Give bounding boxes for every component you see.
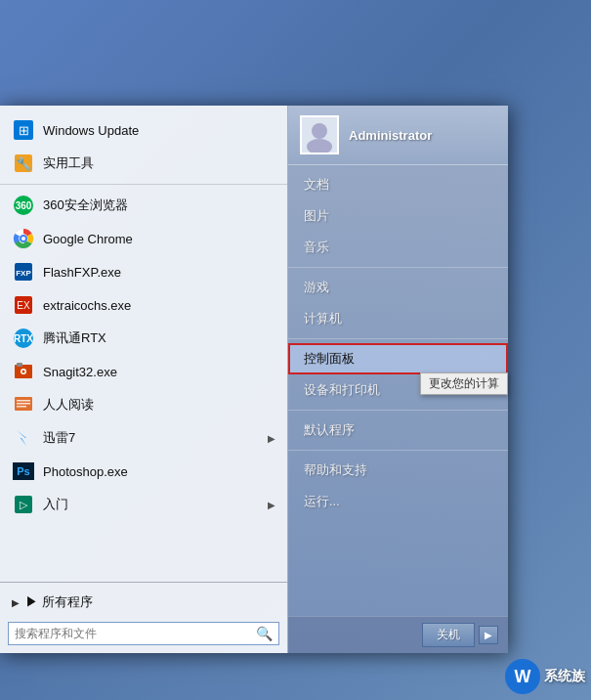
- svg-text:Ps: Ps: [17, 465, 29, 477]
- search-input[interactable]: [15, 627, 256, 640]
- right-bottom: 关机 ▶: [288, 616, 508, 653]
- svg-text:⊞: ⊞: [19, 123, 29, 138]
- right-panel: Administrator 文档 图片 音乐 游戏 计算机 控制面板: [288, 106, 508, 653]
- right-menu-items: 文档 图片 音乐 游戏 计算机 控制面板 更改您的计算: [288, 165, 508, 616]
- xunlei-label: 迅雷7: [43, 429, 268, 447]
- svg-point-9: [21, 237, 25, 241]
- flashfxp-label: FlashFXP.exe: [43, 265, 275, 280]
- svg-text:EX: EX: [17, 300, 30, 311]
- txrtx-label: 腾讯通RTX: [43, 329, 275, 347]
- watermark-logo: W: [505, 659, 540, 694]
- txrtx-icon: RTX: [12, 327, 35, 350]
- flashfxp-icon: FXP: [12, 260, 35, 284]
- svg-marker-24: [17, 430, 26, 446]
- all-programs-arrow-icon: ▶: [12, 597, 20, 608]
- svg-rect-21: [17, 400, 30, 402]
- svg-text:360: 360: [16, 200, 32, 211]
- 360-icon: 360: [12, 194, 35, 217]
- all-programs-button[interactable]: ▶ ▶ 所有程序: [0, 589, 287, 616]
- intro-icon: ▷: [12, 493, 35, 516]
- svg-rect-22: [17, 403, 30, 405]
- menu-item-360[interactable]: 360 360安全浏览器: [0, 189, 287, 222]
- menu-items-list: ⊞ Windows Update 🔧 实用工具 360 360安全浏览器: [0, 106, 287, 582]
- right-sep-3: [288, 410, 508, 411]
- menu-item-extra[interactable]: EX extraicochs.exe: [0, 288, 287, 322]
- search-icon[interactable]: 🔍: [256, 626, 273, 641]
- right-sep-4: [288, 450, 508, 451]
- svg-rect-17: [17, 363, 22, 367]
- right-item-run[interactable]: 运行...: [288, 486, 508, 517]
- xunlei-arrow: ▶: [268, 433, 275, 444]
- shutdown-button[interactable]: 关机: [422, 623, 475, 647]
- right-item-defaults[interactable]: 默认程序: [288, 415, 508, 446]
- svg-rect-23: [17, 406, 26, 408]
- intro-arrow: ▶: [268, 500, 275, 510]
- svg-text:RTX: RTX: [14, 333, 33, 344]
- windows-update-icon: ⊞: [12, 118, 35, 142]
- menu-item-txrtx[interactable]: RTX 腾讯通RTX: [0, 322, 287, 355]
- menu-item-snagit[interactable]: Snagit32.exe: [0, 355, 287, 388]
- right-item-controlpanel[interactable]: 控制面板 更改您的计算: [288, 343, 508, 374]
- tools-label: 实用工具: [43, 154, 275, 172]
- svg-point-30: [307, 139, 332, 153]
- avatar: [300, 115, 339, 154]
- right-sep-1: [288, 267, 508, 268]
- right-item-computer[interactable]: 计算机: [288, 303, 508, 334]
- menu-item-intro[interactable]: ▷ 入门 ▶: [0, 488, 287, 521]
- chrome-icon: [12, 227, 35, 250]
- right-item-music[interactable]: 音乐: [288, 232, 508, 263]
- left-bottom: ▶ ▶ 所有程序 🔍: [0, 582, 287, 653]
- svg-text:FXP: FXP: [16, 269, 31, 278]
- ps-icon: Ps: [12, 459, 35, 483]
- 360-label: 360安全浏览器: [43, 197, 275, 214]
- start-menu: ⊞ Windows Update 🔧 实用工具 360 360安全浏览器: [0, 106, 508, 653]
- tools-icon: 🔧: [12, 152, 35, 175]
- watermark-text: 系统族: [544, 668, 585, 685]
- extra-label: extraicochs.exe: [43, 298, 275, 313]
- separator-1: [0, 184, 287, 185]
- menu-item-windows-update[interactable]: ⊞ Windows Update: [0, 113, 287, 147]
- all-programs-label: ▶ 所有程序: [25, 593, 93, 611]
- left-panel: ⊞ Windows Update 🔧 实用工具 360 360安全浏览器: [0, 106, 288, 653]
- intro-label: 入门: [43, 496, 268, 513]
- menu-item-xunlei[interactable]: 迅雷7 ▶: [0, 421, 287, 455]
- svg-text:🔧: 🔧: [16, 155, 32, 172]
- ps-label: Photoshop.exe: [43, 464, 275, 479]
- right-item-games[interactable]: 游戏: [288, 272, 508, 303]
- menu-item-photoshop[interactable]: Ps Photoshop.exe: [0, 455, 287, 488]
- watermark: W 系统族: [505, 659, 585, 694]
- right-item-docs[interactable]: 文档: [288, 169, 508, 200]
- right-sep-2: [288, 338, 508, 339]
- menu-item-renren[interactable]: 人人阅读: [0, 388, 287, 421]
- right-item-help[interactable]: 帮助和支持: [288, 455, 508, 486]
- svg-point-29: [312, 123, 327, 139]
- snagit-label: Snagit32.exe: [43, 365, 275, 379]
- windows-update-label: Windows Update: [43, 123, 275, 138]
- snagit-icon: [12, 360, 35, 383]
- controlpanel-tooltip: 更改您的计算: [420, 372, 508, 395]
- chrome-label: Google Chrome: [43, 232, 275, 246]
- xunlei-icon: [12, 426, 35, 450]
- shutdown-arrow-button[interactable]: ▶: [479, 626, 498, 644]
- right-item-pictures[interactable]: 图片: [288, 200, 508, 232]
- extra-icon: EX: [12, 293, 35, 317]
- svg-text:▷: ▷: [20, 499, 28, 510]
- search-bar: 🔍: [8, 622, 279, 645]
- user-area: Administrator: [288, 106, 508, 165]
- menu-item-chrome[interactable]: Google Chrome: [0, 222, 287, 255]
- renren-label: 人人阅读: [43, 396, 275, 414]
- svg-point-19: [22, 371, 25, 373]
- menu-item-tools[interactable]: 🔧 实用工具: [0, 147, 287, 180]
- menu-item-flashfxp[interactable]: FXP FlashFXP.exe: [0, 255, 287, 288]
- username-label: Administrator: [349, 128, 432, 143]
- renren-icon: [12, 393, 35, 416]
